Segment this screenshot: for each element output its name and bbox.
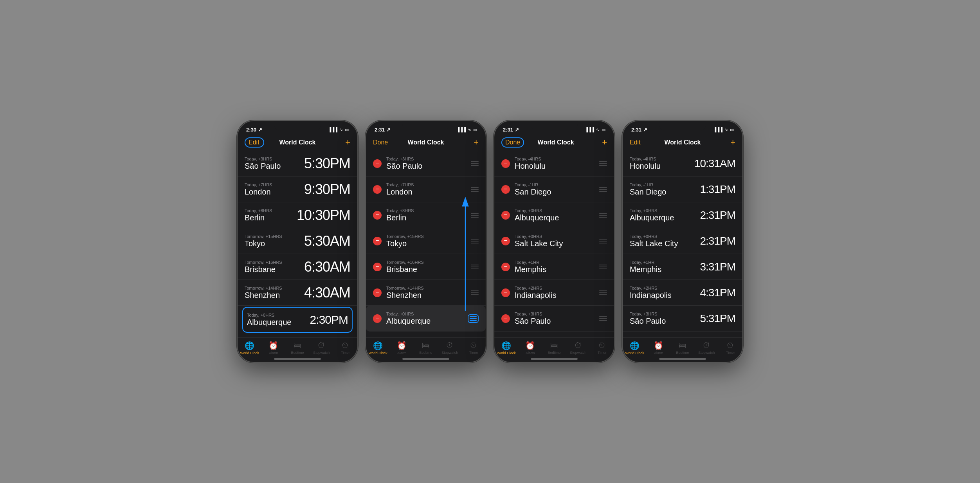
nav-add-button[interactable]: + [716,137,735,148]
tab-item-timer[interactable]: ⏲Timer [719,341,742,355]
tab-item-timer[interactable]: ⏲Timer [462,341,486,355]
clock-info: Today, +0HRSAlbuquerque [630,208,700,222]
delete-button[interactable] [501,211,510,220]
tab-item-alarm[interactable]: ⏰Alarm [518,341,542,355]
clock-info: Today, +7HRSLondon [386,182,467,196]
delete-button[interactable] [373,263,382,271]
delete-button[interactable] [373,288,382,297]
clock-label: Tomorrow, +15HRS [386,234,467,239]
tab-item-stopwatch[interactable]: ⏱Stopwatch [438,341,462,355]
tab-item-alarm[interactable]: ⏰Alarm [390,341,414,355]
clock-info: Tomorrow, +16HRSBrisbane [386,260,467,274]
drag-handle[interactable] [599,265,607,269]
drag-handle[interactable] [599,239,607,243]
tab-item-stopwatch[interactable]: ⏱Stopwatch [566,341,590,355]
nav-left-button[interactable]: Done [373,139,393,146]
nav-left-button[interactable]: Done [501,137,524,148]
drag-handle[interactable] [599,316,607,321]
delete-button[interactable] [501,237,510,245]
tab-item-timer[interactable]: ⏲Timer [333,341,357,355]
tab-icon-0: 🌐 [630,341,640,350]
clock-item: Today, +0HRSSalt Lake City2:31PM [623,228,742,254]
drag-handle[interactable] [471,213,479,218]
tab-label: Alarm [654,351,663,355]
delete-button[interactable] [501,185,510,194]
clock-item: Tomorrow, +16HRSBrisbane [366,254,486,280]
clock-city: San Diego [630,187,700,196]
nav-add-button[interactable]: + [587,137,607,148]
status-icons: ▐▐▐ ∿ ▭ [457,127,477,132]
clock-item: Today, +0HRSAlbuquerque [366,306,486,332]
tab-icon-3: ⏱ [446,341,454,350]
tab-item-alarm[interactable]: ⏰Alarm [647,341,670,355]
nav-left-button[interactable]: Edit [630,139,649,146]
battery-icon: ▭ [345,127,349,132]
delete-button[interactable] [501,159,510,168]
delete-button[interactable] [373,185,382,194]
tab-item-bedtime[interactable]: 🛏Bedtime [670,341,694,355]
drag-handle[interactable] [599,290,607,295]
delete-button[interactable] [373,314,382,323]
delete-button[interactable] [501,263,510,271]
tab-item-world-clock[interactable]: 🌐World Clock [623,341,647,355]
tab-label: World Clock [497,351,515,355]
clock-label: Today, +8HRS [245,208,297,213]
drag-handle[interactable] [471,187,479,192]
delete-button[interactable] [373,211,382,220]
tab-item-timer[interactable]: ⏲Timer [590,341,614,355]
clock-info: Today, +2HRSIndianapolis [630,286,700,300]
tab-label: Timer [598,351,607,355]
tab-icon-4: ⏲ [726,341,734,350]
drag-handle[interactable] [599,161,607,166]
tab-label: Stopwatch [313,351,330,355]
delete-button[interactable] [501,288,510,297]
clock-city: Shenzhen [386,291,467,300]
drag-handle[interactable] [599,213,607,218]
nav-left-button[interactable]: Edit [245,137,264,148]
drag-handle-active[interactable] [468,314,479,323]
delete-button[interactable] [373,159,382,168]
drag-handle[interactable] [599,187,607,192]
clock-item: Today, +0HRSAlbuquerque2:30PM [242,307,353,333]
tab-item-bedtime[interactable]: 🛏Bedtime [414,341,438,355]
tab-label: Stopwatch [570,351,586,355]
status-time: 2:31 ↗ [631,127,647,133]
tab-item-bedtime[interactable]: 🛏Bedtime [542,341,566,355]
nav-title: World Clock [664,139,701,146]
tab-item-alarm[interactable]: ⏰Alarm [261,341,285,355]
clock-info: Today, +1HRMemphis [630,260,700,274]
clock-label: Today, +7HRS [245,182,304,187]
clock-label: Today, +3HRS [386,157,467,161]
tab-item-world-clock[interactable]: 🌐World Clock [238,341,261,355]
tab-item-world-clock[interactable]: 🌐World Clock [494,341,518,355]
clock-time: 2:31PM [700,209,736,222]
clock-city: Albuquerque [247,318,310,327]
clock-city: Indianapolis [630,291,700,300]
clock-item: Today, +0HRSSalt Lake City [494,228,614,254]
clock-item: Today, +0HRSAlbuquerque2:31PM [623,202,742,228]
tab-item-bedtime[interactable]: 🛏Bedtime [285,341,309,355]
drag-handle[interactable] [471,265,479,269]
tab-item-stopwatch[interactable]: ⏱Stopwatch [310,341,333,355]
clock-info: Tomorrow, +15HRSTokyo [245,234,304,248]
nav-add-button[interactable]: + [331,137,350,148]
drag-handle[interactable] [471,161,479,166]
clock-label: Tomorrow, +14HRS [386,286,467,290]
clock-item: Today, +7HRSLondon [366,177,486,202]
tab-label: Timer [341,351,350,355]
drag-handle[interactable] [471,290,479,295]
clock-info: Today, -1HRSan Diego [630,182,700,196]
home-indicator [402,358,449,360]
delete-button[interactable] [373,237,382,245]
clock-label: Today, +2HRS [630,286,700,290]
nav-add-button[interactable]: + [459,137,479,148]
tab-item-world-clock[interactable]: 🌐World Clock [366,341,390,355]
clock-info: Tomorrow, +14HRSShenzhen [386,286,467,300]
delete-button[interactable] [501,314,510,323]
drag-handle[interactable] [471,239,479,243]
clock-label: Today, +7HRS [386,182,467,187]
clock-city: Honolulu [630,162,694,171]
clock-list: Today, -4HRSHonoluluToday, -1HRSan Diego… [494,151,614,337]
clock-info: Tomorrow, +14HRSShenzhen [245,286,304,300]
tab-item-stopwatch[interactable]: ⏱Stopwatch [695,341,719,355]
